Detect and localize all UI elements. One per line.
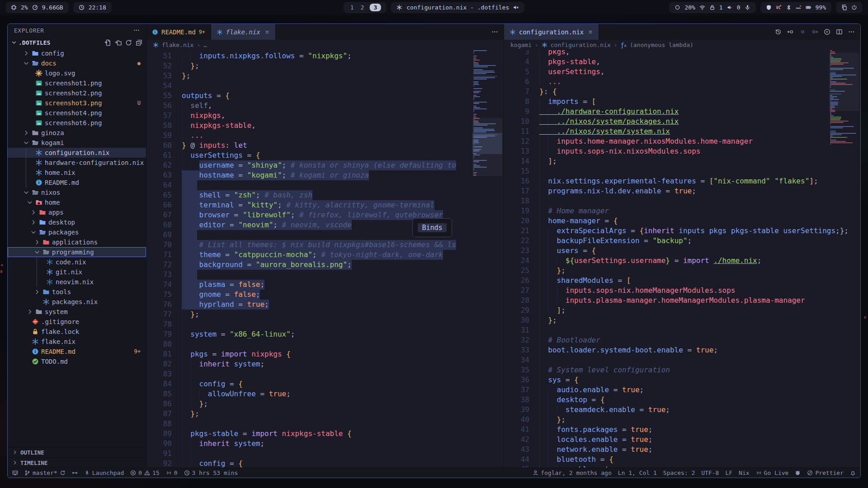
tree-item-screenshot4.png[interactable]: screenshot4.png	[8, 108, 146, 118]
minimap-slider[interactable]	[829, 53, 859, 111]
tab-flake.nix[interactable]: flake.nix	[211, 24, 276, 40]
eol[interactable]: LF	[725, 469, 732, 476]
indentation[interactable]: Spaces: 2	[663, 469, 695, 476]
workspaces[interactable]: 123	[344, 2, 387, 13]
more-icon[interactable]	[848, 28, 855, 35]
close-icon[interactable]	[264, 29, 270, 35]
code-line: 37 audio.enable = true;	[504, 385, 860, 395]
topbar-module[interactable]: VC99%	[760, 2, 831, 13]
tree-item-packages[interactable]: packages	[8, 227, 146, 237]
language-mode[interactable]: Nix	[739, 469, 749, 476]
topbar-module[interactable]: 22:18	[73, 2, 112, 13]
breadcrumb-item[interactable]: flake.nix	[162, 42, 193, 48]
module-text: 0	[737, 4, 741, 11]
workspace-1[interactable]: 1	[349, 4, 355, 11]
minimap-line	[473, 72, 495, 73]
tree-item-config[interactable]: config	[8, 48, 146, 58]
remote-indicator[interactable]	[12, 470, 18, 476]
tree-item-configuration.nix[interactable]: configuration.nix	[8, 148, 146, 158]
topbar-module[interactable]: 2%9.66GB	[5, 2, 69, 13]
tree-item-ginoza[interactable]: ginoza	[8, 128, 146, 138]
minimap-line	[830, 115, 834, 116]
run-icon[interactable]	[824, 28, 830, 35]
workspace-2[interactable]: 2	[359, 4, 366, 11]
tree-item-home[interactable]: home	[8, 197, 146, 207]
tree-item-logo.svg[interactable]: logo.svg	[8, 68, 146, 78]
close-icon[interactable]	[588, 29, 593, 35]
code-line: 36 sys = {	[504, 375, 860, 385]
tree-item-screenshot3.png[interactable]: screenshot3.pngU	[8, 98, 146, 108]
breadcrumb-item[interactable]: kogami	[510, 42, 532, 48]
breadcrumb-item[interactable]: (anonymous lambda)	[630, 42, 693, 48]
tree-item-programming[interactable]: programming	[8, 247, 146, 257]
timeline-panel[interactable]: TIMELINE	[8, 457, 146, 468]
code-area-left[interactable]: 51 inputs.nixpkgs.follows = "nixpkgs";52…	[146, 50, 504, 468]
wifi-icon	[699, 5, 705, 10]
go-live[interactable]: Go Live	[756, 469, 789, 476]
minimap-left[interactable]	[473, 50, 502, 468]
refresh-icon[interactable]	[125, 39, 132, 46]
ports[interactable]: 0	[166, 469, 178, 476]
tree-item-nixos[interactable]: nixos	[8, 188, 146, 197]
split-icon[interactable]	[836, 28, 843, 35]
explorer-more-actions-icon[interactable]	[133, 27, 140, 33]
tree-item-apps[interactable]: apps	[8, 207, 146, 217]
tree-item-git.nix[interactable]: git.nix	[8, 267, 146, 277]
tree-item-README.md[interactable]: README.md	[8, 178, 146, 188]
launchpad[interactable]: Launchpad	[84, 469, 124, 476]
tree-item-README.md[interactable]: README.md9+	[8, 347, 146, 357]
notifications[interactable]	[850, 470, 856, 476]
tree-item-flake.lock[interactable]: flake.lock	[8, 327, 146, 337]
newfile-icon[interactable]	[104, 39, 111, 46]
outline-panel[interactable]: OUTLINE	[8, 447, 146, 457]
line-number: 30	[504, 315, 539, 325]
tree-item-screenshot6.png[interactable]: screenshot6.png	[8, 118, 146, 128]
circleFwd-icon[interactable]	[811, 28, 818, 35]
git-branch[interactable]: master*	[24, 469, 66, 476]
time-tracker[interactable]: 3 hrs 53 mins	[184, 469, 238, 476]
newfolder-icon[interactable]	[115, 39, 122, 46]
back-icon[interactable]	[787, 28, 794, 35]
tree-item-home.nix[interactable]: home.nix	[8, 168, 146, 178]
topbar-module[interactable]: 20%10	[669, 2, 755, 13]
tree-item-.gitignore[interactable]: .gitignore	[8, 317, 146, 327]
workspace-3[interactable]: 3	[369, 4, 381, 11]
github[interactable]	[795, 470, 801, 476]
more-icon[interactable]	[491, 28, 498, 35]
tree-item-tools[interactable]: tools	[8, 287, 146, 297]
tree-item-packages.nix[interactable]: packages.nix	[8, 297, 146, 307]
tree-item-label: README.md	[45, 179, 79, 186]
minimap-right[interactable]	[830, 50, 859, 468]
code-area-right[interactable]: 3 pkgs,4 pkgs-stable,5 userSettings,6 ..…	[504, 50, 860, 468]
circleDim-icon[interactable]	[799, 28, 806, 35]
window-title-module[interactable]: configuration.nix - .dotfiles	[391, 2, 524, 13]
tree-item-code.nix[interactable]: code.nix	[8, 257, 146, 267]
tab-configuration.nix[interactable]: configuration.nix	[504, 24, 599, 40]
tree-item-desktop[interactable]: desktop	[8, 217, 146, 227]
topbar-module[interactable]	[836, 2, 863, 13]
tree-item-kogami[interactable]: kogami	[8, 138, 146, 148]
collapse-icon[interactable]	[136, 39, 142, 46]
breadcrumb-item[interactable]: …	[203, 42, 207, 48]
tree-item-system[interactable]: system	[8, 307, 146, 317]
tree-item-neovim.nix[interactable]: neovim.nix	[8, 277, 146, 287]
explorer-section-dotfiles[interactable]: .DOTFILES	[8, 37, 146, 48]
history-icon[interactable]	[775, 28, 782, 35]
breadcrumb-item[interactable]: configuration.nix	[551, 42, 611, 48]
tab-README.md[interactable]: README.md9+	[146, 24, 211, 40]
tree-item-hardware-configuration.nix[interactable]: hardware-configuration.nix	[8, 158, 146, 168]
cursor-position[interactable]: Ln 1, Col 1	[618, 469, 657, 476]
line-number: 39	[504, 405, 539, 415]
encoding[interactable]: UTF-8	[701, 469, 719, 476]
tree-item-TODO.md[interactable]: TODO.md	[8, 357, 146, 366]
prettier[interactable]: Prettier	[807, 469, 844, 476]
tree-item-screenshot1.png[interactable]: screenshot1.png	[8, 78, 146, 88]
git-blame[interactable]: foglar, 2 months ago	[533, 469, 612, 476]
tree-item-docs[interactable]: docs●	[8, 58, 146, 68]
git-graph[interactable]	[72, 470, 78, 476]
tree-item-flake.nix[interactable]: flake.nix	[8, 337, 146, 347]
folder-icon	[39, 209, 46, 216]
tree-item-applications[interactable]: applications	[8, 237, 146, 247]
problems[interactable]: 015	[130, 469, 159, 476]
tree-item-screenshot2.png[interactable]: screenshot2.png	[8, 88, 146, 98]
